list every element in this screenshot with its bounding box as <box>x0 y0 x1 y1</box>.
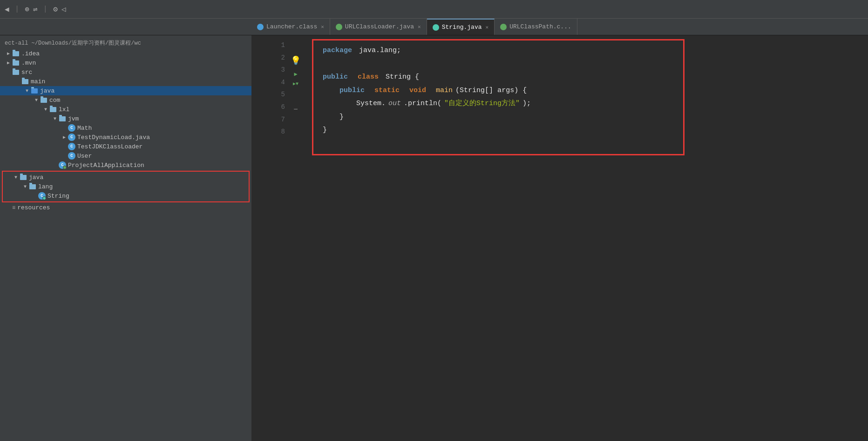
sidebar-item-java-main[interactable]: ▼ java <box>0 86 251 95</box>
lxl-arrow: ▼ <box>42 107 49 112</box>
sidebar-item-java-red[interactable]: ▼ java <box>3 173 249 182</box>
main-label: main <box>31 78 45 85</box>
gear-icon[interactable]: ⚙ <box>53 5 58 14</box>
code-line-5-string: "自定义的String方法" <box>444 97 520 111</box>
mvn-label: .mvn <box>21 60 36 67</box>
mvn-folder-icon <box>12 59 20 67</box>
split-icon[interactable]: ⇌ <box>33 5 38 14</box>
idea-arrow: ▶ <box>5 51 12 56</box>
string-tab-icon <box>433 24 439 31</box>
launcher-tab-icon <box>257 24 264 30</box>
sidebar-item-testdynamic[interactable]: ▶ C TestDynamicLoad.java <box>0 133 251 142</box>
testdynamic-arrow: ▶ <box>61 134 68 140</box>
toolbar: ◀ | ⊕ ⇌ | ⚙ ◁ <box>0 0 868 19</box>
code-line-6-brace: } <box>323 111 344 124</box>
lang-folder-icon <box>29 183 36 190</box>
left-arrow-icon[interactable]: ◁ <box>61 5 66 14</box>
user-class-icon: C <box>68 152 75 160</box>
gutter-line-3[interactable]: ▶ <box>289 69 303 80</box>
code-line-8 <box>323 137 674 151</box>
code-line-5-system: System. <box>323 97 386 111</box>
tab-string[interactable]: String.java ✕ <box>427 19 495 35</box>
java-main-label: java <box>40 87 54 94</box>
code-line-5-end: ); <box>522 97 531 111</box>
lang-arrow: ▼ <box>21 184 29 189</box>
space-4c <box>429 84 433 98</box>
jvm-folder-icon <box>59 115 66 122</box>
sidebar-item-string[interactable]: C String <box>3 191 249 200</box>
lxl-folder-icon <box>49 106 57 113</box>
main-layout: ect-all ~/Downloads/近期学习资料/图灵课程/wc ▶ .id… <box>0 35 868 441</box>
code-line-2 <box>323 58 674 71</box>
sidebar-item-mvn[interactable]: ▶ .mvn <box>0 58 251 67</box>
code-line-1-rest: java.lang; <box>355 44 401 58</box>
code-line-7: } <box>323 124 674 137</box>
kw-main-4: main <box>436 84 453 98</box>
kw-package: package <box>323 44 352 58</box>
line-3-num: 3 <box>251 64 289 76</box>
code-line-3: public class String { <box>323 71 674 84</box>
resources-label: resources <box>17 204 50 211</box>
tab-launcher[interactable]: Launcher.class ✕ <box>251 19 330 35</box>
sidebar-item-idea[interactable]: ▶ .idea <box>0 49 251 58</box>
sidebar-item-src[interactable]: src <box>0 67 251 77</box>
jvm-label: jvm <box>68 115 79 122</box>
code-red-border: package java.lang; public class String { <box>312 39 685 155</box>
tab-urlclassloader[interactable]: URLClassLoader.java ✕ <box>330 19 427 35</box>
sidebar-item-main[interactable]: main <box>0 77 251 86</box>
java-main-folder-icon <box>31 87 38 94</box>
code-container[interactable]: package java.lang; public class String { <box>303 39 694 437</box>
code-area[interactable]: 1 2 3 4 5 6 7 8 💡 ▶ ▶▼ − <box>251 35 868 441</box>
java-red-folder-icon <box>20 174 27 181</box>
sidebar-item-jvm[interactable]: ▼ jvm <box>0 114 251 123</box>
tab-string-close[interactable]: ✕ <box>486 24 489 30</box>
back-arrow-icon[interactable]: ◀ <box>5 5 9 14</box>
string-label: String <box>47 193 69 200</box>
sidebar-item-math[interactable]: C Math <box>0 123 251 133</box>
code-line-4: public static void main (String[] args) … <box>323 84 674 98</box>
globe-icon[interactable]: ⊕ <box>25 5 29 14</box>
sidebar-item-user[interactable]: C User <box>0 151 251 160</box>
gutter-line-8 <box>289 131 303 145</box>
sidebar-item-lxl[interactable]: ▼ lxl <box>0 105 251 114</box>
line-2-num: 2 <box>251 52 289 64</box>
idea-folder-icon <box>12 50 20 57</box>
code-line-5-print: .println( <box>404 97 441 111</box>
line-1-num: 1 <box>251 39 289 52</box>
kw-void-4: void <box>409 84 426 98</box>
lxl-label: lxl <box>59 106 69 113</box>
sidebar-item-lang[interactable]: ▼ lang <box>3 182 249 191</box>
code-line-6: } <box>323 111 674 124</box>
sidebar-item-projectall[interactable]: C ProjectAllApplication <box>0 160 251 170</box>
string-class-icon: C <box>38 192 46 200</box>
gutter-line-7 <box>289 117 303 131</box>
src-folder-icon <box>12 68 20 76</box>
sidebar[interactable]: ect-all ~/Downloads/近期学习资料/图灵课程/wc ▶ .id… <box>0 35 251 441</box>
line-8-num: 8 <box>251 126 289 138</box>
math-class-icon: C <box>68 124 75 132</box>
sidebar-item-com[interactable]: ▼ com <box>0 95 251 105</box>
kw-public-4: public <box>323 84 365 98</box>
gutter-icons: 💡 ▶ ▶▼ − <box>289 39 303 437</box>
red-section: ▼ java ▼ lang C String <box>2 171 250 202</box>
line-6-num: 6 <box>251 101 289 114</box>
tab-urlclassloader-close[interactable]: ✕ <box>418 24 421 30</box>
projectall-class-icon: C <box>59 161 66 169</box>
urlclassloader-tab-icon <box>336 24 342 30</box>
sidebar-item-testjdk[interactable]: C TestJDKClassLoader <box>0 142 251 151</box>
gutter-line-6: − <box>289 103 303 117</box>
gutter-line-4[interactable]: ▶▼ <box>289 80 303 88</box>
mvn-arrow: ▶ <box>5 60 12 66</box>
main-folder-icon <box>21 78 29 85</box>
space-4b <box>402 84 407 98</box>
tab-urlclasspath[interactable]: URLClassPath.c... <box>495 19 577 35</box>
user-label: User <box>77 153 92 160</box>
code-line-5-out: out <box>388 97 401 111</box>
tab-launcher-close[interactable]: ✕ <box>321 24 324 30</box>
jvm-arrow: ▼ <box>51 116 59 121</box>
tab-urlclassloader-label: URLClassLoader.java <box>345 23 414 30</box>
idea-label: .idea <box>21 50 40 57</box>
lang-label: lang <box>38 183 53 190</box>
sidebar-item-resources[interactable]: ≡ resources <box>0 203 251 212</box>
space-4a <box>367 84 372 98</box>
